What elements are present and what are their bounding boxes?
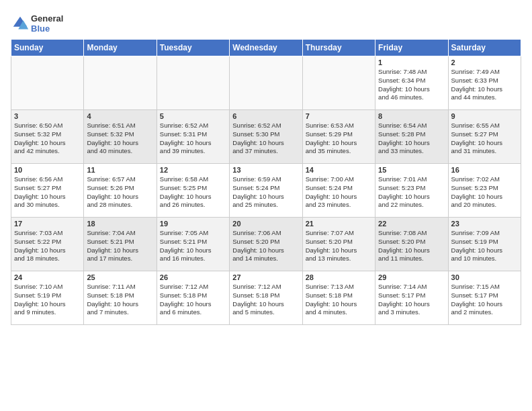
day-info: Sunrise: 7:14 AM Sunset: 5:17 PM Dayligh…: [378, 283, 445, 317]
day-cell: 13Sunrise: 6:59 AM Sunset: 5:24 PM Dayli…: [230, 164, 302, 218]
day-info: Sunrise: 7:09 AM Sunset: 5:19 PM Dayligh…: [451, 229, 518, 263]
day-cell: 25Sunrise: 7:11 AM Sunset: 5:18 PM Dayli…: [84, 271, 157, 325]
day-number: 19: [160, 220, 226, 228]
day-info: Sunrise: 6:56 AM Sunset: 5:27 PM Dayligh…: [14, 175, 81, 210]
day-cell: 29Sunrise: 7:14 AM Sunset: 5:17 PM Dayli…: [375, 271, 448, 325]
day-cell: 26Sunrise: 7:12 AM Sunset: 5:18 PM Dayli…: [157, 271, 229, 325]
day-info: Sunrise: 7:49 AM Sunset: 6:33 PM Dayligh…: [451, 68, 518, 102]
day-number: 8: [378, 112, 445, 120]
day-cell: 11Sunrise: 6:57 AM Sunset: 5:26 PM Dayli…: [84, 164, 157, 218]
day-number: 16: [451, 166, 518, 174]
day-cell: 18Sunrise: 7:04 AM Sunset: 5:21 PM Dayli…: [84, 218, 157, 271]
day-info: Sunrise: 7:13 AM Sunset: 5:18 PM Dayligh…: [306, 283, 372, 317]
col-header-thursday: Thursday: [302, 40, 375, 56]
day-cell: 4Sunrise: 6:51 AM Sunset: 5:32 PM Daylig…: [84, 110, 157, 164]
col-header-monday: Monday: [84, 40, 157, 56]
day-info: Sunrise: 7:01 AM Sunset: 5:23 PM Dayligh…: [378, 175, 445, 210]
day-cell: 22Sunrise: 7:08 AM Sunset: 5:20 PM Dayli…: [375, 218, 448, 271]
day-number: 5: [160, 112, 226, 120]
day-cell: 2Sunrise: 7:49 AM Sunset: 6:33 PM Daylig…: [448, 56, 521, 110]
day-cell: 15Sunrise: 7:01 AM Sunset: 5:23 PM Dayli…: [375, 164, 448, 218]
week-row-4: 17Sunrise: 7:03 AM Sunset: 5:22 PM Dayli…: [11, 218, 521, 271]
col-header-friday: Friday: [375, 40, 448, 56]
day-number: 1: [378, 58, 445, 66]
logo: General Blue: [11, 13, 63, 34]
day-info: Sunrise: 6:52 AM Sunset: 5:31 PM Dayligh…: [160, 122, 226, 156]
day-info: Sunrise: 7:11 AM Sunset: 5:18 PM Dayligh…: [87, 283, 153, 317]
day-number: 29: [378, 273, 445, 281]
day-info: Sunrise: 6:50 AM Sunset: 5:32 PM Dayligh…: [14, 122, 81, 156]
day-number: 28: [306, 273, 372, 281]
day-cell: 1Sunrise: 7:48 AM Sunset: 6:34 PM Daylig…: [375, 56, 448, 110]
day-number: 17: [14, 220, 81, 228]
day-info: Sunrise: 7:08 AM Sunset: 5:20 PM Dayligh…: [378, 229, 445, 263]
day-number: 14: [306, 166, 372, 174]
day-number: 15: [378, 166, 445, 174]
day-number: 27: [232, 273, 299, 281]
day-info: Sunrise: 7:02 AM Sunset: 5:23 PM Dayligh…: [451, 175, 518, 210]
day-cell: 27Sunrise: 7:12 AM Sunset: 5:18 PM Dayli…: [230, 271, 302, 325]
day-number: 22: [378, 220, 445, 228]
day-number: 4: [87, 112, 153, 120]
day-number: 13: [232, 166, 299, 174]
day-number: 2: [451, 58, 518, 66]
day-number: 3: [14, 112, 81, 120]
page-header: General Blue: [11, 11, 521, 34]
day-number: 25: [87, 273, 153, 281]
day-cell: 28Sunrise: 7:13 AM Sunset: 5:18 PM Dayli…: [302, 271, 375, 325]
day-number: 12: [160, 166, 226, 174]
day-cell: [84, 56, 157, 110]
day-info: Sunrise: 6:53 AM Sunset: 5:29 PM Dayligh…: [306, 122, 372, 156]
day-number: 10: [14, 166, 81, 174]
day-info: Sunrise: 7:15 AM Sunset: 5:17 PM Dayligh…: [451, 283, 518, 317]
day-info: Sunrise: 7:10 AM Sunset: 5:19 PM Dayligh…: [14, 283, 81, 317]
day-cell: 10Sunrise: 6:56 AM Sunset: 5:27 PM Dayli…: [11, 164, 84, 218]
col-header-saturday: Saturday: [448, 40, 521, 56]
day-number: 11: [87, 166, 153, 174]
day-cell: [302, 56, 375, 110]
day-number: 30: [451, 273, 518, 281]
day-info: Sunrise: 6:55 AM Sunset: 5:27 PM Dayligh…: [451, 122, 518, 156]
col-header-sunday: Sunday: [11, 40, 84, 56]
day-number: 26: [160, 273, 226, 281]
day-number: 7: [306, 112, 372, 120]
day-info: Sunrise: 6:52 AM Sunset: 5:30 PM Dayligh…: [232, 122, 299, 156]
day-number: 21: [306, 220, 372, 228]
day-info: Sunrise: 7:00 AM Sunset: 5:24 PM Dayligh…: [306, 175, 372, 210]
day-info: Sunrise: 7:04 AM Sunset: 5:21 PM Dayligh…: [87, 229, 153, 263]
day-cell: 17Sunrise: 7:03 AM Sunset: 5:22 PM Dayli…: [11, 218, 84, 271]
day-cell: 24Sunrise: 7:10 AM Sunset: 5:19 PM Dayli…: [11, 271, 84, 325]
day-number: 20: [232, 220, 299, 228]
calendar-table: SundayMondayTuesdayWednesdayThursdayFrid…: [11, 39, 521, 325]
day-number: 18: [87, 220, 153, 228]
week-row-2: 3Sunrise: 6:50 AM Sunset: 5:32 PM Daylig…: [11, 110, 521, 164]
day-number: 6: [232, 112, 299, 120]
day-info: Sunrise: 7:03 AM Sunset: 5:22 PM Dayligh…: [14, 229, 81, 263]
day-cell: [11, 56, 84, 110]
day-number: 9: [451, 112, 518, 120]
day-cell: 3Sunrise: 6:50 AM Sunset: 5:32 PM Daylig…: [11, 110, 84, 164]
header-row: SundayMondayTuesdayWednesdayThursdayFrid…: [11, 40, 521, 56]
day-info: Sunrise: 7:06 AM Sunset: 5:20 PM Dayligh…: [232, 229, 299, 263]
day-cell: 19Sunrise: 7:05 AM Sunset: 5:21 PM Dayli…: [157, 218, 229, 271]
day-info: Sunrise: 6:51 AM Sunset: 5:32 PM Dayligh…: [87, 122, 153, 156]
day-number: 23: [451, 220, 518, 228]
day-cell: 21Sunrise: 7:07 AM Sunset: 5:20 PM Dayli…: [302, 218, 375, 271]
day-cell: 7Sunrise: 6:53 AM Sunset: 5:29 PM Daylig…: [302, 110, 375, 164]
day-cell: [157, 56, 229, 110]
week-row-5: 24Sunrise: 7:10 AM Sunset: 5:19 PM Dayli…: [11, 271, 521, 325]
day-cell: [230, 56, 302, 110]
week-row-1: 1Sunrise: 7:48 AM Sunset: 6:34 PM Daylig…: [11, 56, 521, 110]
day-info: Sunrise: 6:57 AM Sunset: 5:26 PM Dayligh…: [87, 175, 153, 210]
day-cell: 8Sunrise: 6:54 AM Sunset: 5:28 PM Daylig…: [375, 110, 448, 164]
col-header-wednesday: Wednesday: [230, 40, 302, 56]
day-cell: 6Sunrise: 6:52 AM Sunset: 5:30 PM Daylig…: [230, 110, 302, 164]
day-info: Sunrise: 7:12 AM Sunset: 5:18 PM Dayligh…: [160, 283, 226, 317]
day-cell: 23Sunrise: 7:09 AM Sunset: 5:19 PM Dayli…: [448, 218, 521, 271]
day-info: Sunrise: 6:58 AM Sunset: 5:25 PM Dayligh…: [160, 175, 226, 210]
day-cell: 20Sunrise: 7:06 AM Sunset: 5:20 PM Dayli…: [230, 218, 302, 271]
day-info: Sunrise: 6:59 AM Sunset: 5:24 PM Dayligh…: [232, 175, 299, 210]
day-number: 24: [14, 273, 81, 281]
day-cell: 14Sunrise: 7:00 AM Sunset: 5:24 PM Dayli…: [302, 164, 375, 218]
day-info: Sunrise: 6:54 AM Sunset: 5:28 PM Dayligh…: [378, 122, 445, 156]
